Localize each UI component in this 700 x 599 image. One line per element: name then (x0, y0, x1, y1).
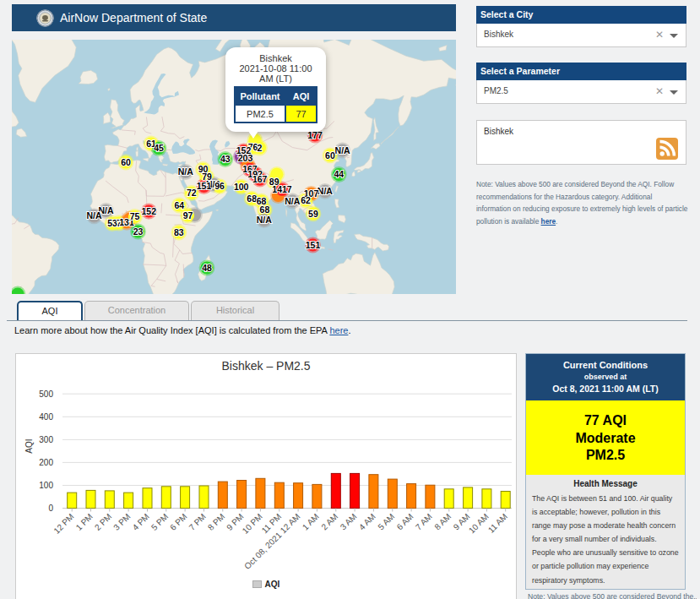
svg-text:151: 151 (306, 240, 321, 250)
svg-text:8 AM: 8 AM (432, 512, 453, 532)
svg-text:AQI: AQI (24, 438, 34, 453)
svg-text:500: 500 (39, 389, 53, 399)
svg-text:5 AM: 5 AM (376, 512, 396, 532)
svg-text:44: 44 (334, 169, 344, 179)
svg-text:48: 48 (202, 263, 212, 273)
svg-text:1417: 1417 (272, 184, 292, 194)
svg-text:11 AM: 11 AM (486, 512, 509, 535)
svg-text:100: 100 (234, 182, 249, 192)
svg-text:N/A: N/A (86, 210, 102, 221)
svg-text:97: 97 (183, 210, 193, 221)
svg-text:100: 100 (39, 481, 53, 490)
svg-text:4 PM: 4 PM (131, 512, 151, 532)
svg-text:N/A: N/A (285, 196, 301, 206)
svg-text:7 AM: 7 AM (414, 512, 434, 532)
svg-text:N/A: N/A (257, 215, 273, 225)
svg-text:7 PM: 7 PM (187, 512, 208, 532)
svg-text:203: 203 (238, 153, 253, 163)
svg-text:72: 72 (187, 188, 197, 198)
svg-text:151: 151 (197, 181, 212, 191)
svg-text:N/A: N/A (317, 186, 334, 196)
svg-text:2: 2 (258, 143, 263, 153)
svg-text:N/A: N/A (178, 166, 194, 177)
svg-text:3 PM: 3 PM (111, 512, 132, 532)
svg-text:2 PM: 2 PM (93, 512, 113, 532)
svg-text:64: 64 (174, 200, 184, 210)
svg-text:400: 400 (39, 412, 53, 422)
svg-text:68: 68 (260, 204, 270, 215)
svg-text:75: 75 (130, 211, 140, 221)
svg-text:152: 152 (142, 206, 157, 216)
svg-text:68: 68 (247, 193, 257, 204)
svg-text:0: 0 (48, 504, 53, 513)
svg-text:5 PM: 5 PM (149, 512, 170, 532)
svg-text:6 PM: 6 PM (168, 512, 188, 532)
svg-text:3 AM: 3 AM (339, 512, 359, 532)
svg-text:59: 59 (308, 209, 318, 219)
svg-text:1 AM: 1 AM (301, 512, 321, 532)
svg-text:23: 23 (133, 226, 144, 237)
svg-text:200: 200 (39, 458, 53, 467)
svg-text:60: 60 (325, 150, 335, 161)
svg-text:62: 62 (301, 195, 311, 205)
svg-text:83: 83 (174, 227, 184, 237)
svg-text:43: 43 (220, 154, 231, 164)
svg-text:167: 167 (252, 174, 268, 184)
svg-text:10 AM: 10 AM (467, 512, 491, 536)
svg-text:96: 96 (214, 181, 225, 191)
svg-text:4 AM: 4 AM (357, 512, 377, 532)
svg-text:1 PM: 1 PM (74, 512, 95, 532)
svg-text:12 PM: 12 PM (52, 512, 75, 536)
svg-text:60: 60 (121, 157, 131, 167)
svg-text:N/A: N/A (335, 145, 351, 155)
svg-text:8 PM: 8 PM (206, 512, 226, 532)
svg-text:2 AM: 2 AM (319, 512, 339, 532)
svg-text:10 PM: 10 PM (241, 512, 264, 536)
svg-text:300: 300 (39, 435, 53, 444)
svg-text:45: 45 (154, 143, 164, 153)
svg-text:6 AM: 6 AM (395, 512, 415, 532)
